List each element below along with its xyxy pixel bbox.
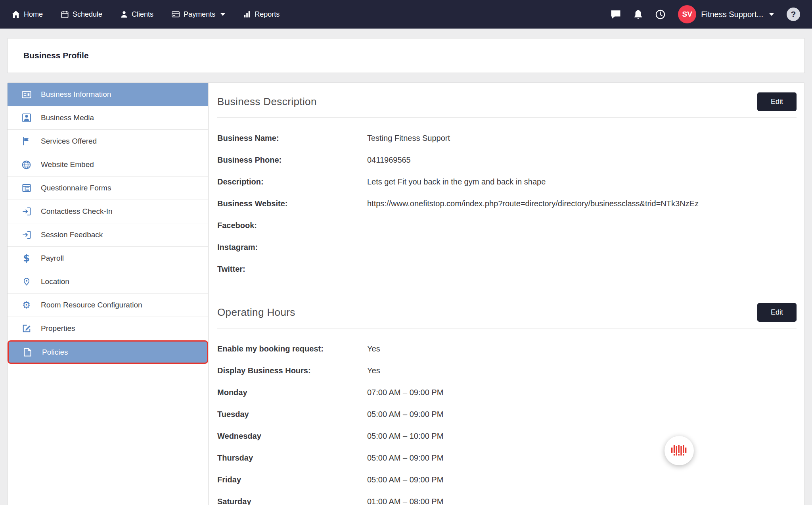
- chevron-down-icon: [220, 13, 225, 16]
- field-row-thursday: Thursday 05:00 AM – 09:00 PM: [217, 447, 797, 469]
- form-table-icon: [21, 184, 32, 192]
- bell-icon: [634, 10, 643, 19]
- business-phone-value: 0411969565: [367, 155, 411, 165]
- history-button[interactable]: [655, 10, 665, 19]
- field-row-booking-request: Enable my booking request: Yes: [217, 338, 797, 360]
- display-hours-value: Yes: [367, 366, 380, 376]
- user-menu[interactable]: SV Fitness Support...: [678, 5, 774, 23]
- document-icon: [22, 348, 33, 357]
- chevron-down-icon: [769, 13, 774, 16]
- sidebar-item-business-media[interactable]: Business Media: [8, 106, 208, 130]
- sidebar-item-website-embed[interactable]: Website Embed: [8, 153, 208, 177]
- sidebar-item-label: Policies: [42, 348, 68, 357]
- field-row-business-phone: Business Phone: 0411969565: [217, 149, 797, 171]
- section-title: Operating Hours: [217, 306, 295, 319]
- sidebar-item-payroll[interactable]: $ Payroll: [8, 247, 208, 270]
- person-icon: [121, 11, 128, 18]
- field-row-display-hours: Display Business Hours: Yes: [217, 360, 797, 382]
- sidebar-item-label: Business Information: [41, 90, 111, 99]
- field-label: Business Name:: [217, 133, 367, 143]
- field-label: Enable my booking request:: [217, 344, 367, 354]
- nav-reports[interactable]: Reports: [243, 10, 280, 19]
- day-label: Tuesday: [217, 409, 367, 419]
- business-name-value: Testing Fitness Support: [367, 133, 450, 143]
- section-business-description: Business Description Edit Business Name:…: [217, 83, 797, 280]
- help-button[interactable]: ?: [787, 8, 800, 21]
- wednesday-hours-value: 05:00 AM – 10:00 PM: [367, 431, 443, 441]
- globe-icon: [21, 160, 32, 169]
- payment-card-icon: [172, 11, 180, 17]
- sidebar-item-business-information[interactable]: Business Information: [8, 83, 208, 106]
- settings-sidebar: Business Information Business Media Serv…: [8, 83, 209, 505]
- booking-request-value: Yes: [367, 344, 380, 354]
- day-label: Saturday: [217, 497, 367, 505]
- sidebar-item-questionnaire-forms[interactable]: Questionnaire Forms: [8, 177, 208, 200]
- sidebar-item-contactless-check-in[interactable]: Contactless Check-In: [8, 200, 208, 223]
- tuesday-hours-value: 05:00 AM – 09:00 PM: [367, 409, 443, 419]
- flag-icon: [21, 137, 32, 146]
- barcode-icon: [671, 444, 687, 458]
- day-label: Friday: [217, 475, 367, 485]
- day-label: Thursday: [217, 453, 367, 463]
- sidebar-item-services-offered[interactable]: Services Offered: [8, 130, 208, 153]
- main-nav: Home Schedule Clients Payments Reports: [12, 0, 280, 29]
- top-nav: Home Schedule Clients Payments Reports: [0, 0, 812, 29]
- id-card-icon: [21, 90, 32, 99]
- sidebar-item-policies[interactable]: Policies: [8, 340, 208, 364]
- business-description-fields: Business Name: Testing Fitness Support B…: [217, 118, 797, 280]
- chat-icon: [611, 10, 621, 19]
- user-name: Fitness Support...: [701, 10, 763, 19]
- scan-fab-button[interactable]: [665, 436, 694, 465]
- nav-home-label: Home: [24, 10, 43, 19]
- sidebar-item-label: Website Embed: [41, 160, 94, 169]
- edit-business-description-button[interactable]: Edit: [757, 92, 797, 111]
- saturday-hours-value: 01:00 AM – 08:00 PM: [367, 497, 443, 505]
- nav-clients[interactable]: Clients: [121, 10, 153, 19]
- day-label: Wednesday: [217, 431, 367, 441]
- chat-button[interactable]: [611, 10, 621, 19]
- sidebar-item-label: Questionnaire Forms: [41, 184, 111, 192]
- notifications-button[interactable]: [634, 10, 643, 19]
- field-label: Description:: [217, 177, 367, 187]
- dollar-icon: $: [21, 253, 32, 263]
- nav-payments-label: Payments: [184, 10, 215, 19]
- field-row-monday: Monday 07:00 AM – 09:00 PM: [217, 382, 797, 403]
- nav-schedule-label: Schedule: [73, 10, 102, 19]
- nav-clients-label: Clients: [132, 10, 153, 19]
- nav-home[interactable]: Home: [12, 10, 43, 19]
- sidebar-item-room-resource-configuration[interactable]: ⚙ Room Resource Configuration: [8, 294, 208, 317]
- nav-payments[interactable]: Payments: [172, 10, 225, 19]
- pencil-note-icon: [21, 324, 32, 333]
- field-label: Display Business Hours:: [217, 366, 367, 376]
- field-row-facebook: Facebook:: [217, 215, 797, 236]
- gear-icon: ⚙: [21, 300, 32, 310]
- sidebar-item-label: Business Media: [41, 113, 94, 122]
- media-person-icon: [21, 113, 32, 122]
- sidebar-item-location[interactable]: Location: [8, 270, 208, 294]
- day-label: Monday: [217, 388, 367, 397]
- operating-hours-fields: Enable my booking request: Yes Display B…: [217, 328, 797, 505]
- field-row-instagram: Instagram:: [217, 236, 797, 258]
- field-row-description: Description: Lets get Fit you back in th…: [217, 171, 797, 193]
- sidebar-item-label: Contactless Check-In: [41, 207, 113, 216]
- bar-chart-icon: [243, 11, 251, 18]
- business-website-link[interactable]: https://www.onefitstop.com/index.php?rou…: [367, 199, 699, 209]
- sidebar-item-label: Payroll: [41, 254, 64, 263]
- sidebar-item-session-feedback[interactable]: Session Feedback: [8, 223, 208, 247]
- sidebar-item-properties[interactable]: Properties: [8, 317, 208, 340]
- nav-schedule[interactable]: Schedule: [61, 10, 102, 19]
- nav-right-cluster: SV Fitness Support... ?: [611, 5, 800, 23]
- field-row-business-name: Business Name: Testing Fitness Support: [217, 127, 797, 149]
- field-label: Facebook:: [217, 221, 367, 230]
- sidebar-item-label: Room Resource Configuration: [41, 301, 142, 309]
- sidebar-item-label: Services Offered: [41, 137, 97, 146]
- nav-reports-label: Reports: [255, 10, 280, 19]
- edit-operating-hours-button[interactable]: Edit: [757, 303, 797, 322]
- friday-hours-value: 05:00 AM – 09:00 PM: [367, 475, 443, 485]
- field-row-tuesday: Tuesday 05:00 AM – 09:00 PM: [217, 403, 797, 425]
- field-row-business-website: Business Website: https://www.onefitstop…: [217, 193, 797, 215]
- field-label: Business Website:: [217, 199, 367, 209]
- main-panel: Business Description Edit Business Name:…: [209, 83, 804, 505]
- map-pin-icon: [21, 277, 32, 286]
- section-title: Business Description: [217, 96, 317, 108]
